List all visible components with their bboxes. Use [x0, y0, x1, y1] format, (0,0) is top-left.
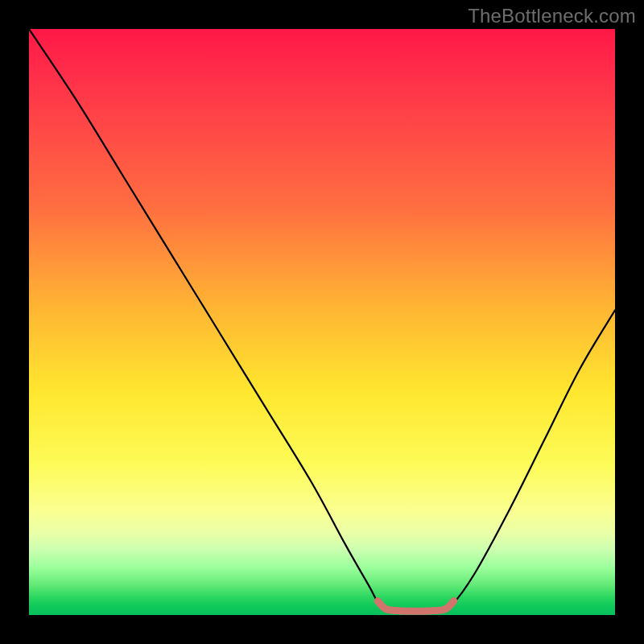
chart-frame: TheBottleneck.com	[0, 0, 644, 644]
chart-svg	[29, 29, 615, 615]
bottleneck-curve	[29, 29, 615, 612]
watermark-text: TheBottleneck.com	[468, 5, 636, 27]
flat-bottom-highlight	[378, 601, 454, 612]
plot-area	[29, 29, 615, 615]
